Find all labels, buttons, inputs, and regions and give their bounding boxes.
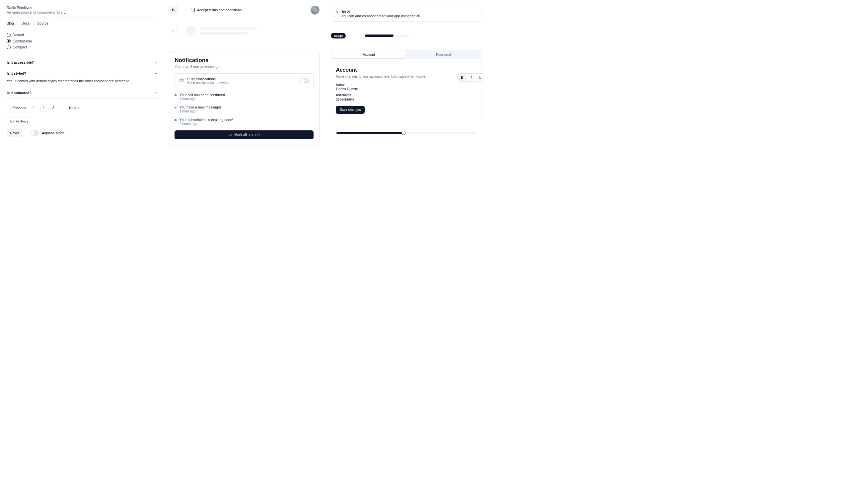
slider-track [336, 132, 476, 134]
italic-icon: I [470, 76, 471, 79]
pagination-next[interactable]: Next [68, 105, 82, 111]
radio-compact[interactable]: Compact [7, 45, 158, 49]
radio-label: Default [12, 33, 24, 37]
airplane-label: Airplane Mode [42, 131, 65, 135]
nav-separator [33, 22, 33, 25]
toggle-italic[interactable]: I [467, 74, 476, 81]
nav-source[interactable]: Source [37, 21, 49, 25]
pagination-previous[interactable]: Previous [7, 105, 28, 111]
nav-separator [18, 22, 18, 25]
avatar[interactable] [311, 6, 319, 14]
accordion-item: Is it styled? Yes. It comes with default… [7, 68, 158, 87]
skeleton-line [200, 27, 256, 30]
header-title: Radix Primitives [7, 6, 158, 10]
radio-default[interactable]: Default [7, 33, 158, 37]
airplane-switch[interactable] [30, 130, 39, 136]
terms-checkbox[interactable] [191, 8, 195, 12]
notification-dot-icon [175, 94, 177, 96]
notification-item: You have a new message! 1 hour ago [175, 105, 314, 113]
notifications-card: Notifications You have 3 unread messages… [169, 51, 320, 145]
chevron-down-icon [154, 91, 158, 95]
page-1[interactable]: 1 [31, 104, 37, 111]
accordion-title: Is it styled? [7, 71, 26, 75]
collapsible-trigger[interactable] [169, 27, 177, 35]
notification-time: 1 hour ago [180, 109, 221, 113]
radio-dot [8, 40, 10, 42]
notifications-subtitle: You have 3 unread messages. [175, 65, 314, 69]
notification-item: Your subscription is expiring soon! 2 ho… [175, 118, 314, 126]
accordion-content: Yes. It comes with default styles that m… [7, 78, 158, 87]
nav-blog[interactable]: Blog [7, 21, 13, 25]
notification-item: Your call has been confirmed. 1 hour ago [175, 93, 314, 101]
slider[interactable] [336, 130, 476, 135]
toggle-bold-button[interactable]: B [169, 6, 178, 14]
skeleton-avatar [186, 26, 197, 36]
tabs-list: Account Password [331, 50, 482, 59]
radio-label: Comfortable [12, 39, 32, 43]
toggle-group: B I U [458, 73, 485, 82]
username-label: Username [336, 93, 476, 97]
accordion: Is it accessible? Is it styled? Yes. It … [7, 57, 158, 99]
push-subtitle: Send notifications to device. [187, 81, 297, 85]
airplane-mode-row: Airplane Mode [30, 130, 65, 136]
push-notifications-box: Push Notifications Send notifications to… [175, 73, 314, 88]
toggle-bold[interactable]: B [458, 74, 467, 81]
chevron-down-icon [154, 60, 158, 64]
pagination-ellipsis: … [59, 106, 64, 110]
accordion-header-accessible[interactable]: Is it accessible? [7, 57, 158, 68]
tab-panel-title: Account [336, 67, 476, 73]
notification-text: Your subscription is expiring soon! [180, 118, 233, 122]
skeleton-line [200, 32, 247, 35]
radio-circle [7, 45, 10, 49]
tabs: Account Password Account Make changes to… [331, 50, 482, 119]
pagination-next-label: Next [69, 106, 76, 110]
chevron-left-icon [8, 106, 11, 109]
mark-all-label: Mark all as read [234, 133, 259, 137]
accordion-title: Is it accessible? [7, 60, 34, 64]
alert-title: Error [341, 9, 421, 13]
notification-text: Your call has been confirmed. [180, 93, 226, 97]
checkbox-row: Accept terms and conditions [191, 8, 242, 12]
mark-all-read-button[interactable]: Mark all as read [175, 130, 314, 140]
push-switch[interactable] [300, 78, 310, 84]
terminal-icon [335, 10, 339, 13]
radio-comfortable[interactable]: Comfortable [7, 39, 158, 43]
notification-dot-icon [175, 107, 177, 109]
progress-fill [365, 34, 394, 37]
alert-error: Error You can add components to your app… [331, 6, 482, 22]
page-2[interactable]: 2 [40, 104, 47, 112]
save-changes-button[interactable]: Save changes [336, 106, 365, 114]
bell-icon [179, 78, 184, 84]
nav-docs[interactable]: Docs [22, 21, 30, 25]
terms-label: Accept terms and conditions [197, 8, 242, 12]
accordion-item: Is it accessible? [7, 57, 158, 68]
radio-label: Compact [12, 45, 27, 49]
bold-icon: B [461, 76, 463, 79]
push-title: Push Notifications [187, 77, 297, 81]
header-subtitle: An open-source UI component library. [7, 10, 158, 14]
chevron-right-icon [171, 29, 175, 33]
accordion-header-styled[interactable]: Is it styled? [7, 68, 158, 78]
notification-time: 2 hours ago [180, 122, 233, 126]
pagination-prev-label: Previous [12, 106, 26, 110]
alert-body: You can add components to your app using… [341, 14, 421, 18]
add-library-button[interactable]: Add to library [7, 117, 31, 125]
chevron-right-icon [77, 106, 80, 109]
hover-button[interactable]: Hover [7, 129, 22, 137]
tab-password[interactable]: Password [406, 51, 481, 59]
name-label: Name [336, 83, 476, 86]
tab-account[interactable]: Account [332, 51, 406, 59]
nav-links: Blog Docs Source [7, 21, 158, 25]
page-3[interactable]: 3 [50, 104, 56, 111]
notification-time: 1 hour ago [180, 97, 226, 101]
notifications-title: Notifications [175, 57, 314, 64]
switch-thumb [301, 78, 305, 83]
accordion-header-animated[interactable]: Is it animated? [7, 87, 158, 98]
accordion-title: Is it animated? [7, 91, 32, 95]
slider-fill [336, 132, 403, 134]
toggle-underline[interactable]: U [476, 74, 485, 81]
check-icon [228, 133, 232, 137]
progress-bar [365, 34, 409, 37]
accordion-item: Is it animated? [7, 87, 158, 98]
slider-thumb[interactable] [401, 131, 405, 135]
